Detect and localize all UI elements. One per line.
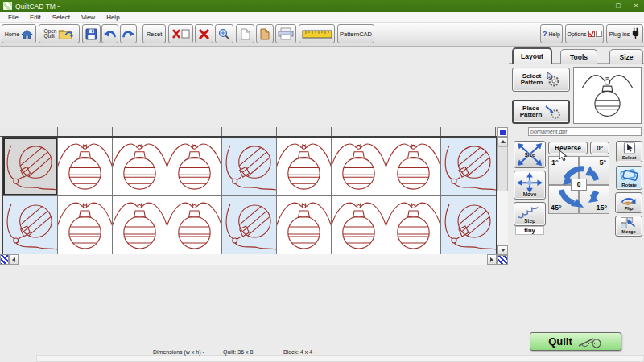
menu-view[interactable]: View [76, 14, 100, 21]
step-button[interactable]: Step [514, 202, 546, 226]
maximize-button[interactable]: □ [610, 0, 626, 12]
size-label: Size [514, 152, 545, 158]
rotate-tool-icon [617, 167, 642, 183]
printer-icon [278, 27, 294, 40]
quilt-block[interactable] [113, 196, 167, 255]
rotate-zero-button[interactable]: 0° [590, 142, 609, 154]
quilt-block[interactable] [222, 138, 277, 196]
menu-help[interactable]: Help [101, 14, 124, 21]
quilt-block[interactable] [277, 138, 332, 196]
undo-button[interactable] [101, 24, 118, 43]
scroll-left-button[interactable] [9, 254, 19, 265]
quiltcad-window: QuiltCAD TM - – □ × File Edit Select Vie… [0, 0, 644, 362]
rotate-tool-button[interactable]: Rotate [616, 166, 642, 190]
plugins-button[interactable]: Plug-ins [606, 24, 643, 43]
quilt-block[interactable] [386, 138, 441, 196]
scroll-corner-checker[interactable] [497, 255, 508, 265]
options-label: Options [567, 31, 586, 37]
status-dimensions: Dimensions (w x h) - [153, 349, 204, 355]
tab-tools[interactable]: Tools [560, 49, 597, 64]
scroll-right-button[interactable] [487, 254, 497, 265]
options-button[interactable]: Options [565, 24, 604, 43]
open-quilt-button[interactable]: OpenQuilt [39, 24, 80, 43]
save-icon [85, 28, 97, 40]
step-size-value[interactable]: tiny [515, 226, 544, 235]
select-tool-label: Select [622, 155, 637, 161]
question-icon: ? [543, 30, 547, 38]
reset-button[interactable]: Reset [142, 24, 166, 43]
quilt-block[interactable] [386, 196, 441, 255]
delete-button[interactable] [195, 24, 213, 43]
redo-button[interactable] [120, 24, 137, 43]
rotate-zero-label: 0° [597, 144, 603, 152]
quilt-block[interactable] [441, 196, 496, 255]
reverse-label: Reverse [555, 144, 581, 152]
needle-thread-icon [577, 335, 603, 349]
scroll-up-button[interactable] [497, 137, 508, 146]
undo-icon [103, 28, 117, 39]
zoom-button[interactable] [215, 24, 233, 43]
minimize-button[interactable]: – [592, 0, 609, 12]
pattern-filename-field[interactable] [528, 127, 642, 136]
select-tool-button[interactable]: Select [616, 141, 642, 162]
quilt-block[interactable] [332, 196, 386, 255]
flip-tool-button[interactable]: Flip [615, 192, 642, 213]
scroll-corner-checker-left[interactable] [0, 254, 9, 265]
quilt-block[interactable] [167, 196, 222, 255]
quilt-block[interactable] [222, 196, 277, 255]
close-button[interactable]: × [628, 0, 644, 12]
up-arrow-icon [501, 140, 506, 143]
place-pattern-button[interactable]: PlacePattern [512, 100, 570, 124]
quilt-block[interactable] [3, 138, 58, 196]
quilt-block[interactable] [58, 196, 113, 255]
tab-layout[interactable]: Layout [512, 47, 552, 64]
quilt-button[interactable]: Quilt [530, 332, 621, 351]
quilt-block[interactable] [58, 138, 113, 196]
menu-edit[interactable]: Edit [25, 14, 46, 21]
quilt-block[interactable] [3, 196, 58, 255]
quilt-block[interactable] [332, 138, 386, 196]
vertical-scroll-thumb[interactable] [497, 146, 508, 191]
horizontal-scroll-track[interactable] [19, 254, 487, 265]
quilt-block[interactable] [167, 138, 222, 196]
quilt-grid [2, 136, 497, 257]
size-button[interactable]: Size [514, 141, 546, 168]
scroll-down-button[interactable] [497, 245, 508, 255]
vertical-scrollbar[interactable] [497, 127, 508, 265]
paste-page-button[interactable] [256, 24, 274, 43]
print-button[interactable] [275, 24, 296, 43]
help-button[interactable]: ? Help [540, 24, 563, 43]
reset-label: Reset [147, 31, 163, 38]
menu-select[interactable]: Select [47, 14, 75, 21]
menu-file[interactable]: File [3, 14, 23, 21]
home-button[interactable]: Home [2, 24, 36, 43]
open-quilt-label: OpenQuilt [44, 29, 57, 39]
tab-size[interactable]: Size [609, 49, 643, 64]
reverse-button[interactable]: Reverse [548, 142, 588, 154]
clear-block-icon [171, 28, 191, 39]
vertical-scroll-track[interactable] [497, 146, 508, 245]
app-icon [3, 2, 12, 10]
quilt-block[interactable] [113, 138, 167, 196]
save-button[interactable] [82, 24, 101, 43]
home-icon [21, 29, 33, 39]
patterncad-button[interactable]: PatternCAD [337, 24, 374, 43]
measure-button[interactable] [299, 24, 335, 43]
delete-icon [198, 28, 210, 40]
rotate-15-label: 15° [596, 204, 607, 212]
rotate-5-label: 5° [599, 158, 606, 167]
right-arrow-icon [490, 257, 493, 262]
select-pattern-button[interactable]: SelectPattern [512, 68, 570, 92]
step-label: Step [514, 218, 545, 224]
new-page-button[interactable] [236, 24, 254, 43]
clear-block-button[interactable] [168, 24, 193, 43]
horizontal-scrollbar[interactable] [0, 254, 497, 265]
quilt-block[interactable] [277, 196, 332, 255]
merge-tool-button[interactable]: Merge [615, 216, 642, 237]
help-label: Help [549, 31, 560, 37]
status-strip [36, 355, 644, 362]
quilt-block[interactable] [441, 138, 496, 196]
move-button[interactable]: Move [514, 171, 546, 200]
window-title: QuiltCAD TM - [15, 2, 60, 10]
scroll-corner-button[interactable] [497, 127, 508, 137]
